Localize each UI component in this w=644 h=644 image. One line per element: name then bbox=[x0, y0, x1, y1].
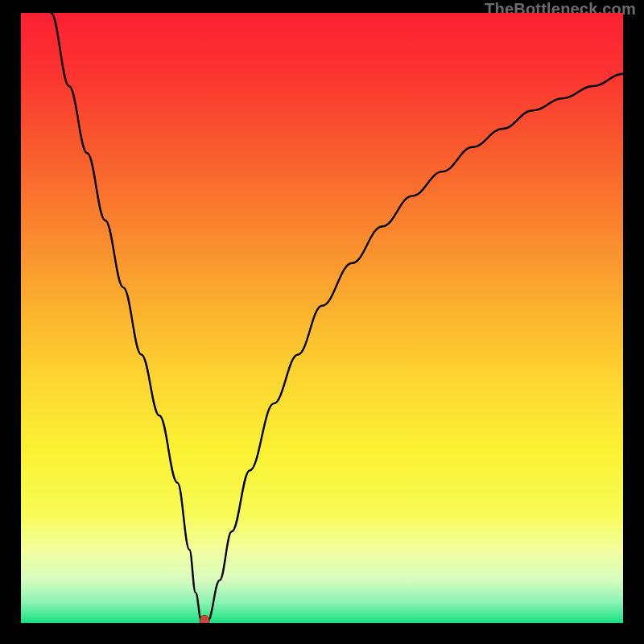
minimum-marker bbox=[200, 615, 209, 623]
bottleneck-chart bbox=[21, 13, 623, 623]
chart-background bbox=[21, 13, 623, 623]
chart-frame: TheBottleneck.com bbox=[0, 0, 644, 644]
